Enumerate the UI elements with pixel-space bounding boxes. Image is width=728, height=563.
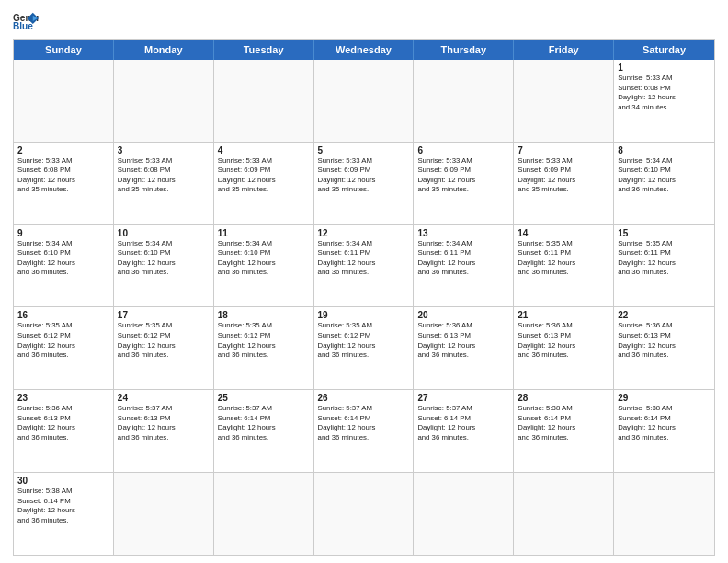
day-info-14: Sunrise: 5:35 AM Sunset: 6:11 PM Dayligh… <box>518 239 609 278</box>
day-info-28: Sunrise: 5:38 AM Sunset: 6:14 PM Dayligh… <box>518 404 609 442</box>
day-cell-24: 24Sunrise: 5:37 AM Sunset: 6:13 PM Dayli… <box>114 390 214 472</box>
day-cell-18: 18Sunrise: 5:35 AM Sunset: 6:12 PM Dayli… <box>214 307 314 389</box>
day-number-12: 12 <box>318 228 410 238</box>
day-number-5: 5 <box>318 145 410 155</box>
day-header-saturday: Saturday <box>614 40 714 60</box>
day-info-25: Sunrise: 5:37 AM Sunset: 6:14 PM Dayligh… <box>218 404 310 442</box>
day-cell-5: 5Sunrise: 5:33 AM Sunset: 6:09 PM Daylig… <box>314 143 415 224</box>
day-header-friday: Friday <box>514 40 614 60</box>
day-number-3: 3 <box>118 145 210 155</box>
day-info-12: Sunrise: 5:34 AM Sunset: 6:11 PM Dayligh… <box>318 239 410 278</box>
day-header-monday: Monday <box>114 40 214 60</box>
day-cell-empty-0-4 <box>414 60 514 142</box>
day-cell-empty-5-2 <box>214 473 314 555</box>
day-header-wednesday: Wednesday <box>314 40 415 60</box>
day-cell-6: 6Sunrise: 5:33 AM Sunset: 6:09 PM Daylig… <box>414 143 514 224</box>
day-header-sunday: Sunday <box>14 40 114 60</box>
day-info-7: Sunrise: 5:33 AM Sunset: 6:09 PM Dayligh… <box>518 156 609 195</box>
day-number-30: 30 <box>17 476 109 486</box>
day-cell-22: 22Sunrise: 5:36 AM Sunset: 6:13 PM Dayli… <box>614 307 714 389</box>
day-cell-empty-5-4 <box>414 473 514 555</box>
day-cell-23: 23Sunrise: 5:36 AM Sunset: 6:13 PM Dayli… <box>14 390 114 472</box>
day-number-2: 2 <box>17 145 109 155</box>
day-info-1: Sunrise: 5:33 AM Sunset: 6:08 PM Dayligh… <box>618 74 711 112</box>
day-info-15: Sunrise: 5:35 AM Sunset: 6:11 PM Dayligh… <box>618 239 711 278</box>
day-info-17: Sunrise: 5:35 AM Sunset: 6:12 PM Dayligh… <box>118 321 210 360</box>
day-cell-empty-0-1 <box>114 60 214 142</box>
day-number-24: 24 <box>118 393 210 403</box>
day-cell-17: 17Sunrise: 5:35 AM Sunset: 6:12 PM Dayli… <box>114 307 214 389</box>
day-info-24: Sunrise: 5:37 AM Sunset: 6:13 PM Dayligh… <box>118 404 210 442</box>
day-number-1: 1 <box>618 63 711 73</box>
day-cell-empty-5-3 <box>314 473 415 555</box>
day-number-9: 9 <box>17 228 109 238</box>
calendar-body: 1Sunrise: 5:33 AM Sunset: 6:08 PM Daylig… <box>14 60 714 555</box>
day-info-8: Sunrise: 5:34 AM Sunset: 6:10 PM Dayligh… <box>618 156 711 195</box>
day-cell-1: 1Sunrise: 5:33 AM Sunset: 6:08 PM Daylig… <box>614 60 714 142</box>
day-info-5: Sunrise: 5:33 AM Sunset: 6:09 PM Dayligh… <box>318 156 410 195</box>
day-cell-9: 9Sunrise: 5:34 AM Sunset: 6:10 PM Daylig… <box>14 225 114 307</box>
day-number-11: 11 <box>218 228 310 238</box>
day-info-10: Sunrise: 5:34 AM Sunset: 6:10 PM Dayligh… <box>118 239 210 278</box>
day-info-6: Sunrise: 5:33 AM Sunset: 6:09 PM Dayligh… <box>417 156 509 195</box>
day-cell-11: 11Sunrise: 5:34 AM Sunset: 6:10 PM Dayli… <box>214 225 314 307</box>
week-row-2: 2Sunrise: 5:33 AM Sunset: 6:08 PM Daylig… <box>14 143 714 225</box>
day-cell-20: 20Sunrise: 5:36 AM Sunset: 6:13 PM Dayli… <box>414 307 514 389</box>
day-info-4: Sunrise: 5:33 AM Sunset: 6:09 PM Dayligh… <box>218 156 310 195</box>
week-row-1: 1Sunrise: 5:33 AM Sunset: 6:08 PM Daylig… <box>14 60 714 143</box>
day-cell-26: 26Sunrise: 5:37 AM Sunset: 6:14 PM Dayli… <box>314 390 415 472</box>
day-info-26: Sunrise: 5:37 AM Sunset: 6:14 PM Dayligh… <box>318 404 410 442</box>
day-info-13: Sunrise: 5:34 AM Sunset: 6:11 PM Dayligh… <box>417 239 509 278</box>
day-cell-empty-5-5 <box>514 473 614 555</box>
day-cell-10: 10Sunrise: 5:34 AM Sunset: 6:10 PM Dayli… <box>114 225 214 307</box>
svg-text:Blue: Blue <box>13 21 33 31</box>
day-cell-3: 3Sunrise: 5:33 AM Sunset: 6:08 PM Daylig… <box>114 143 214 224</box>
day-cell-19: 19Sunrise: 5:35 AM Sunset: 6:12 PM Dayli… <box>314 307 415 389</box>
header: General Blue <box>13 11 715 31</box>
day-number-6: 6 <box>417 145 509 155</box>
week-row-3: 9Sunrise: 5:34 AM Sunset: 6:10 PM Daylig… <box>14 225 714 308</box>
day-cell-15: 15Sunrise: 5:35 AM Sunset: 6:11 PM Dayli… <box>614 225 714 307</box>
day-number-17: 17 <box>118 310 210 320</box>
day-cell-21: 21Sunrise: 5:36 AM Sunset: 6:13 PM Dayli… <box>514 307 614 389</box>
day-number-22: 22 <box>618 310 711 320</box>
day-number-20: 20 <box>417 310 509 320</box>
day-info-30: Sunrise: 5:38 AM Sunset: 6:14 PM Dayligh… <box>17 487 109 525</box>
day-cell-empty-5-1 <box>114 473 214 555</box>
week-row-6: 30Sunrise: 5:38 AM Sunset: 6:14 PM Dayli… <box>14 473 714 555</box>
day-cell-16: 16Sunrise: 5:35 AM Sunset: 6:12 PM Dayli… <box>14 307 114 389</box>
day-info-27: Sunrise: 5:37 AM Sunset: 6:14 PM Dayligh… <box>417 404 509 442</box>
day-number-28: 28 <box>518 393 609 403</box>
day-cell-empty-0-3 <box>314 60 415 142</box>
day-info-19: Sunrise: 5:35 AM Sunset: 6:12 PM Dayligh… <box>318 321 410 360</box>
day-cell-empty-0-2 <box>214 60 314 142</box>
day-cell-14: 14Sunrise: 5:35 AM Sunset: 6:11 PM Dayli… <box>514 225 614 307</box>
day-cell-empty-0-0 <box>14 60 114 142</box>
week-row-4: 16Sunrise: 5:35 AM Sunset: 6:12 PM Dayli… <box>14 307 714 390</box>
day-cell-30: 30Sunrise: 5:38 AM Sunset: 6:14 PM Dayli… <box>14 473 114 555</box>
day-info-22: Sunrise: 5:36 AM Sunset: 6:13 PM Dayligh… <box>618 321 711 360</box>
day-cell-empty-5-6 <box>614 473 714 555</box>
day-info-23: Sunrise: 5:36 AM Sunset: 6:13 PM Dayligh… <box>17 404 109 442</box>
day-info-2: Sunrise: 5:33 AM Sunset: 6:08 PM Dayligh… <box>17 156 109 195</box>
day-header-tuesday: Tuesday <box>214 40 314 60</box>
day-info-9: Sunrise: 5:34 AM Sunset: 6:10 PM Dayligh… <box>17 239 109 278</box>
day-number-16: 16 <box>17 310 109 320</box>
day-cell-25: 25Sunrise: 5:37 AM Sunset: 6:14 PM Dayli… <box>214 390 314 472</box>
calendar-page: General Blue SundayMondayTuesdayWednesda… <box>0 0 728 563</box>
day-number-26: 26 <box>318 393 410 403</box>
day-number-19: 19 <box>318 310 410 320</box>
logo-icon: General Blue <box>13 11 39 31</box>
day-cell-2: 2Sunrise: 5:33 AM Sunset: 6:08 PM Daylig… <box>14 143 114 224</box>
day-headers-row: SundayMondayTuesdayWednesdayThursdayFrid… <box>14 40 714 60</box>
day-number-23: 23 <box>17 393 109 403</box>
day-number-15: 15 <box>618 228 711 238</box>
day-number-25: 25 <box>218 393 310 403</box>
day-info-21: Sunrise: 5:36 AM Sunset: 6:13 PM Dayligh… <box>518 321 609 360</box>
day-number-4: 4 <box>218 145 310 155</box>
day-cell-12: 12Sunrise: 5:34 AM Sunset: 6:11 PM Dayli… <box>314 225 415 307</box>
day-number-21: 21 <box>518 310 609 320</box>
day-cell-empty-0-5 <box>514 60 614 142</box>
day-number-18: 18 <box>218 310 310 320</box>
calendar: SundayMondayTuesdayWednesdayThursdayFrid… <box>13 39 715 556</box>
